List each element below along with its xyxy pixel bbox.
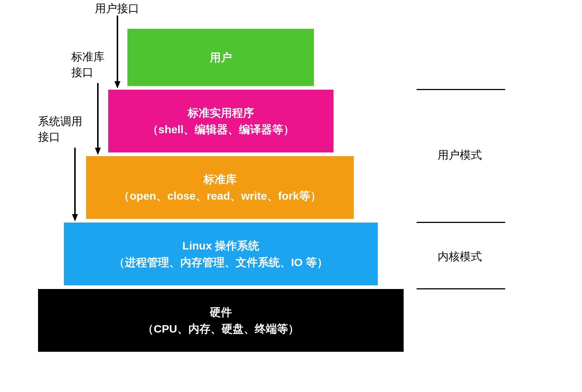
layer-utilities-title: 标准实用程序 — [188, 104, 254, 121]
arrow-syscall-interface — [71, 148, 79, 221]
mode-divider-top — [417, 89, 505, 90]
arrow-user-interface — [114, 16, 121, 89]
layer-user: 用户 — [127, 29, 314, 86]
layer-os-subtitle: （进程管理、内存管理、文件系统、IO 等） — [114, 254, 328, 271]
user-mode-label: 用户模式 — [438, 148, 482, 163]
layer-utilities: 标准实用程序 （shell、编辑器、编译器等） — [108, 90, 333, 152]
layer-os: Linux 操作系统 （进程管理、内存管理、文件系统、IO 等） — [64, 223, 378, 285]
svg-marker-1 — [114, 81, 120, 89]
svg-marker-5 — [72, 214, 78, 221]
kernel-mode-label: 内核模式 — [438, 249, 482, 264]
syscall-interface-text-line1: 系统调用 — [38, 114, 82, 129]
layer-utilities-subtitle: （shell、编辑器、编译器等） — [147, 121, 294, 138]
syscall-interface-text-line2: 接口 — [38, 129, 82, 145]
mode-divider-middle — [417, 222, 505, 223]
layer-stdlib-title: 标准库 — [203, 171, 237, 188]
layer-stdlib-subtitle: （open、close、read、write、fork等） — [119, 188, 321, 204]
layer-user-title: 用户 — [210, 49, 232, 66]
layer-stdlib: 标准库 （open、close、read、write、fork等） — [86, 156, 354, 219]
mode-divider-bottom — [417, 288, 505, 289]
user-interface-text: 用户接口 — [95, 2, 139, 14]
stdlib-interface-label: 标准库 接口 — [71, 49, 105, 80]
syscall-interface-label: 系统调用 接口 — [38, 114, 82, 145]
svg-marker-3 — [95, 148, 101, 155]
linux-architecture-diagram: 用户接口 标准库 接口 系统调用 接口 用户 标准实用程序 （shell、编辑器… — [0, 0, 582, 392]
arrow-stdlib-interface — [94, 83, 102, 155]
user-interface-label: 用户接口 — [95, 1, 139, 16]
stdlib-interface-text-line1: 标准库 — [71, 49, 105, 65]
layer-os-title: Linux 操作系统 — [182, 237, 259, 254]
layer-hardware-title: 硬件 — [210, 304, 232, 320]
layer-hardware-subtitle: （CPU、内存、硬盘、终端等） — [143, 320, 299, 337]
stdlib-interface-text-line2: 接口 — [71, 65, 105, 80]
layer-hardware: 硬件 （CPU、内存、硬盘、终端等） — [38, 289, 404, 352]
